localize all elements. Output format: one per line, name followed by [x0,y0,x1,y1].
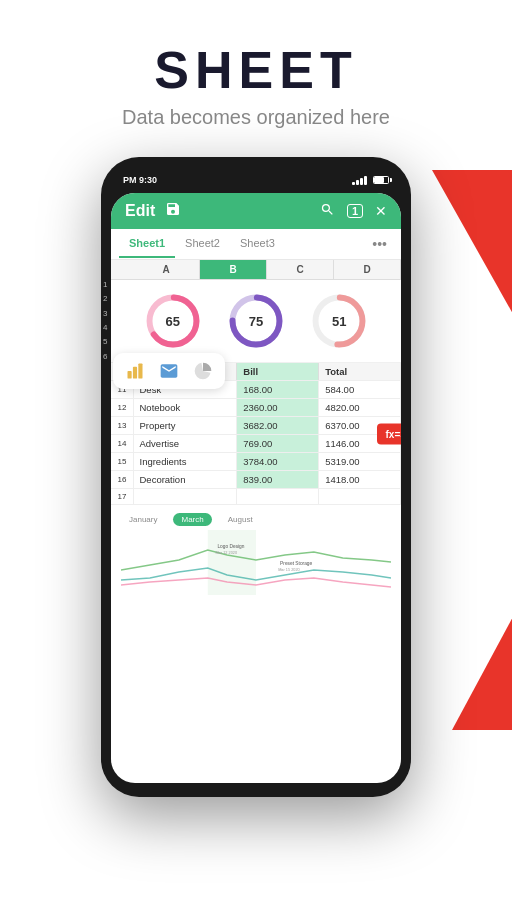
svg-rect-6 [128,371,132,379]
donut-3-value: 51 [332,314,346,329]
sheet-tabs: Sheet1 Sheet2 Sheet3 ••• [111,229,401,260]
save-icon[interactable] [165,201,181,221]
header: SHEET Data becomes organized here [0,0,512,139]
col-header-b[interactable]: B [200,260,267,279]
toolbar-left: Edit [125,201,181,221]
table-row-empty: 17 [111,489,401,505]
pie-chart-icon[interactable] [191,359,215,383]
toolbar-right: 1 ✕ [320,202,387,221]
status-bar: PM 9:30 [111,171,401,193]
svg-text:Mar 15 2020: Mar 15 2020 [278,567,300,572]
col-header-c[interactable]: C [267,260,334,279]
phone-wrapper: PM 9:30 Edit [0,157,512,797]
sheet-tab-3[interactable]: Sheet3 [230,230,285,258]
signal-bar-3 [360,178,363,185]
edit-label: Edit [125,202,155,220]
col-total-header: Total [319,363,401,381]
svg-text:Preset Storage: Preset Storage [280,561,312,566]
donut-chart-1: 65 [142,290,204,352]
line-chart-area: January March August [111,505,401,595]
month-tabs: January March August [121,513,391,526]
table-row: 14 Advertise 769.00 1146.00 [111,435,401,453]
bar-chart-icon[interactable] [123,359,147,383]
col-bill-header: Bill [237,363,319,381]
signal-bar-4 [364,176,367,185]
battery-icon [373,176,389,184]
table-row: 15 Ingredients 3784.00 5319.00 [111,453,401,471]
month-tab-jan[interactable]: January [121,513,165,526]
icon-toolbar [113,353,225,389]
sheet-more-button[interactable]: ••• [366,229,393,259]
column-headers: A B C D [111,260,401,280]
month-tab-mar[interactable]: March [173,513,211,526]
table-row: 16 Decoration 839.00 1418.00 [111,471,401,489]
donut-2-value: 75 [249,314,263,329]
donut-chart-2: 75 [225,290,287,352]
donut-chart-3: 51 [308,290,370,352]
svg-text:Mar 12 2020: Mar 12 2020 [216,550,238,555]
formula-bar: fx=SUM(B1:B9) [377,424,401,445]
sheet-tab-2[interactable]: Sheet2 [175,230,230,258]
phone-screen: Edit [111,193,401,783]
svg-text:Logo Design: Logo Design [217,544,244,549]
signal-bar-2 [356,180,359,185]
status-icons [352,176,389,185]
col-header-a[interactable]: A [133,260,200,279]
signal-bar-1 [352,182,355,185]
donut-charts-row: 123456 65 75 [111,280,401,363]
month-tab-aug[interactable]: August [220,513,261,526]
phone-device: PM 9:30 Edit [101,157,411,797]
page-icon[interactable]: 1 [347,204,363,218]
sheet-tab-1[interactable]: Sheet1 [119,230,175,258]
close-icon[interactable]: ✕ [375,203,387,219]
signal-bars [352,176,367,185]
search-icon[interactable] [320,202,335,221]
table-row: 13 Property 3682.00 6370.00 [111,417,401,435]
line-chart: Logo Design Mar 12 2020 Preset Storage M… [121,530,391,595]
svg-rect-9 [208,530,256,595]
app-toolbar: Edit [111,193,401,229]
app-title: SHEET [0,40,512,100]
table-row: 12 Notebook 2360.00 4820.00 [111,399,401,417]
envelope-icon[interactable] [157,359,181,383]
svg-rect-7 [133,367,137,379]
app-subtitle: Data becomes organized here [0,106,512,129]
col-header-d[interactable]: D [334,260,401,279]
donut-1-value: 65 [165,314,179,329]
status-time: PM 9:30 [123,175,157,185]
battery-fill [374,177,384,183]
svg-rect-8 [138,364,142,379]
row-num-spacer [111,260,133,279]
